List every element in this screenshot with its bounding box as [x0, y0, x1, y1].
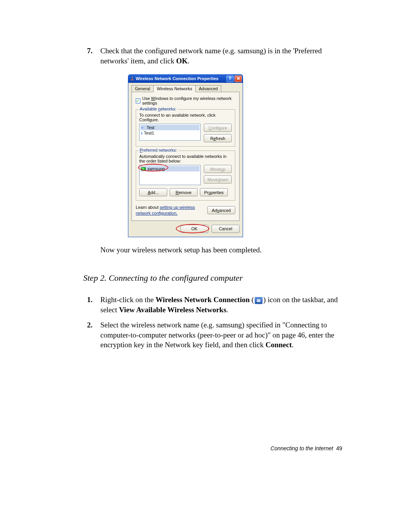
step-body: Select the wireless network name (e.g. s…: [95, 320, 348, 350]
list-item[interactable]: ᯤ Test: [140, 125, 200, 130]
checkbox-icon[interactable]: ✓: [136, 98, 140, 103]
step-ok: OK: [176, 57, 188, 65]
completion-note: Now your wireless network setup has been…: [100, 246, 348, 254]
section-heading: Step 2. Connecting to the configured com…: [83, 273, 348, 283]
tab-panel: ✓ Use Windows to configure my wireless n…: [131, 92, 240, 221]
network-name: samsung: [147, 166, 165, 171]
list-item[interactable]: i Test1: [140, 130, 200, 136]
list-item[interactable]: samsung: [140, 166, 200, 171]
step-body: Check that the configured network name (…: [95, 46, 348, 66]
add-button[interactable]: Add...: [139, 188, 167, 196]
close-button[interactable]: ✕: [234, 75, 242, 82]
move-up-button[interactable]: Move up: [204, 165, 232, 173]
preferred-networks-legend: Preferred networks:: [138, 148, 178, 152]
dialog-body: General Wireless Networks Advanced ✓ Use…: [128, 83, 243, 237]
properties-button[interactable]: Properties: [200, 188, 228, 196]
available-networks-list[interactable]: ᯤ Test i Test1: [139, 124, 201, 141]
page-footer: Connecting to the Internet 49: [271, 445, 342, 451]
step-period: .: [188, 57, 190, 65]
page-number: 49: [336, 445, 342, 451]
learn-text: Learn about setting up wireless network …: [136, 205, 203, 216]
step-text: Check that the configured network name (…: [100, 47, 322, 65]
refresh-button[interactable]: Refresh: [204, 134, 232, 142]
cancel-button[interactable]: Cancel: [212, 225, 240, 233]
step-number: 2.: [83, 320, 95, 350]
step-b2: 2. Select the wireless network name (e.g…: [83, 320, 348, 350]
configure-button[interactable]: Configure: [204, 124, 232, 132]
tab-row: General Wireless Networks Advanced: [131, 85, 240, 92]
info-icon: i: [141, 131, 142, 135]
ok-button[interactable]: OK: [180, 225, 208, 233]
properties-dialog: ⊥ Wireless Network Connection Properties…: [128, 74, 243, 237]
step-number: 7.: [83, 46, 95, 66]
step-7: 7. Check that the configured network nam…: [83, 46, 348, 66]
step-body: Right-click on the Wireless Network Conn…: [95, 295, 348, 315]
advanced-button[interactable]: Advanced: [207, 206, 235, 214]
use-windows-label: Use Windows to configure my wireless net…: [142, 96, 235, 105]
tab-wireless-networks[interactable]: Wireless Networks: [153, 85, 196, 92]
preferred-networks-list[interactable]: samsung: [139, 165, 201, 185]
titlebar: ⊥ Wireless Network Connection Properties…: [128, 74, 243, 83]
wireless-tray-icon: [255, 297, 262, 304]
network-name: Test: [147, 125, 154, 130]
available-networks-group: Available networks: To connect to an ava…: [136, 109, 235, 147]
step-number: 1.: [83, 295, 95, 315]
dialog-title: Wireless Network Connection Properties: [136, 76, 226, 81]
move-down-button[interactable]: Move down: [204, 175, 232, 184]
preferred-networks-group: Preferred networks: Automatically connec…: [136, 150, 235, 201]
tab-general[interactable]: General: [131, 85, 154, 92]
footer-text: Connecting to the Internet: [271, 445, 333, 451]
signal-icon: ᯤ: [141, 126, 145, 130]
help-button[interactable]: ?: [226, 75, 234, 82]
preferred-note: Automatically connect to available netwo…: [139, 154, 232, 163]
remove-button[interactable]: Remove: [170, 188, 198, 196]
network-name: Test1: [144, 131, 154, 135]
use-windows-checkbox-row[interactable]: ✓ Use Windows to configure my wireless n…: [136, 96, 235, 105]
wireless-icon: ⊥: [130, 76, 134, 81]
step-b1: 1. Right-click on the Wireless Network C…: [83, 295, 348, 315]
adapter-icon: [141, 167, 146, 171]
available-note: To connect to an available network, clic…: [139, 113, 232, 122]
tab-advanced[interactable]: Advanced: [195, 85, 221, 92]
available-networks-legend: Available networks:: [138, 107, 178, 111]
